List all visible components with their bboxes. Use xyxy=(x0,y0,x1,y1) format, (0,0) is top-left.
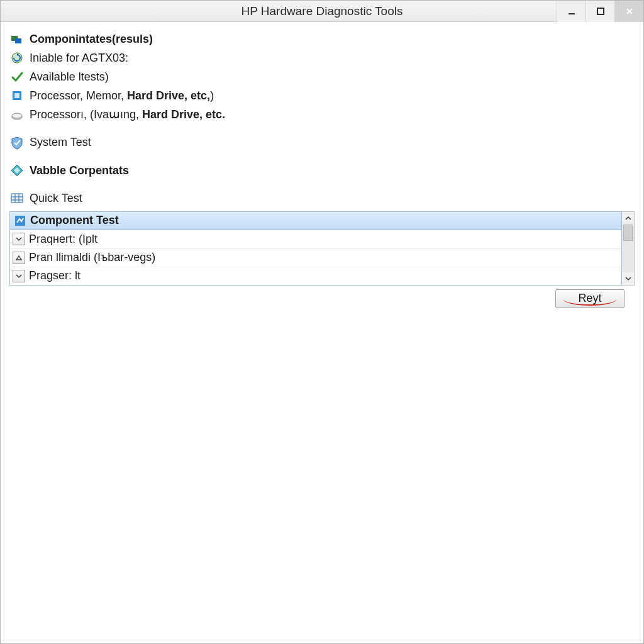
chevron-down-icon[interactable] xyxy=(13,233,25,245)
list-item-label: Praqнert: (Iplt xyxy=(29,233,97,246)
summary-processor-line-1: Processor, Memor, Hard Drive, etc,) xyxy=(9,86,635,105)
diamond-icon xyxy=(9,163,25,178)
svg-rect-3 xyxy=(15,38,21,43)
scroll-down-button[interactable] xyxy=(622,272,634,285)
component-icon xyxy=(9,31,25,47)
minimize-button[interactable] xyxy=(557,1,586,22)
check-icon xyxy=(9,69,25,84)
summary-components-results-label: Componintates(resuls) xyxy=(30,31,153,47)
titlebar: HP Hardware Diagnostic Tools xyxy=(1,1,643,22)
panel-scrollbar[interactable] xyxy=(622,211,635,286)
scroll-track[interactable] xyxy=(622,225,634,272)
cpu-icon xyxy=(9,88,25,103)
table-icon xyxy=(9,191,25,206)
scroll-thumb[interactable] xyxy=(623,225,633,241)
summary-processor-line-2-label: Processorı, (Ivaɯıng, Hard Drive, etc. xyxy=(30,106,225,123)
summary-processor-line-1-label: Processor, Memor, Hard Drive, etc,) xyxy=(30,87,214,104)
svg-point-8 xyxy=(12,113,22,118)
summary-list: Componintates(resuls) Iniable for AGTX03… xyxy=(9,30,635,208)
maximize-button[interactable] xyxy=(586,1,614,22)
system-test-label: System Test xyxy=(30,134,91,150)
window-controls xyxy=(557,1,643,22)
system-test-item[interactable]: System Test xyxy=(9,133,635,152)
list-item-label: Pragser: lt xyxy=(29,269,80,282)
summary-available-tests-label: Available ltests) xyxy=(30,69,109,85)
quick-test-item[interactable]: Quick Test xyxy=(9,189,635,208)
list-item[interactable]: Pran llimaldi (Iъbar-vegs) xyxy=(10,248,621,267)
chevron-down-icon[interactable] xyxy=(13,270,25,282)
svg-rect-1 xyxy=(597,8,604,14)
reyt-button-label: Reyt xyxy=(578,292,601,305)
triangle-icon[interactable] xyxy=(13,252,25,264)
scroll-up-button[interactable] xyxy=(622,212,634,225)
summary-iniable-for-label: Iniable for AGTX03: xyxy=(30,50,128,66)
content-area: Componintates(resuls) Iniable for AGTX03… xyxy=(1,22,643,643)
summary-components-results: Componintates(resuls) xyxy=(9,30,635,48)
svg-rect-11 xyxy=(11,194,23,203)
refresh-icon xyxy=(9,50,25,65)
footer-area: Reyt xyxy=(9,286,635,308)
component-test-header-label: Component Test xyxy=(30,214,119,227)
window-title: HP Hardware Diagnostic Tools xyxy=(1,4,643,18)
summary-processor-line-2: Processorı, (Ivaɯıng, Hard Drive, etc. xyxy=(9,105,635,124)
panel-header-icon xyxy=(14,214,26,227)
summary-iniable-for: Iniable for AGTX03: xyxy=(9,48,635,67)
shield-check-icon xyxy=(9,135,25,150)
summary-available-tests: Available ltests) xyxy=(9,67,635,86)
svg-rect-6 xyxy=(14,93,19,98)
list-item-label: Pran llimaldi (Iъbar-vegs) xyxy=(29,251,155,264)
close-button[interactable] xyxy=(614,1,643,22)
component-test-panel-wrap: Component Test Praqнert: (Iplt Pran llim… xyxy=(9,211,635,286)
list-item[interactable]: Praqнert: (Iplt xyxy=(10,230,621,248)
vabble-corpentats-item[interactable]: Vabble Corpentats xyxy=(9,161,635,180)
component-test-header[interactable]: Component Test xyxy=(10,212,621,230)
component-test-panel: Component Test Praqнert: (Iplt Pran llim… xyxy=(9,211,622,286)
component-test-list: Praqнert: (Iplt Pran llimaldi (Iъbar-veg… xyxy=(10,230,621,285)
list-item[interactable]: Pragser: lt xyxy=(10,267,621,285)
quick-test-label: Quick Test xyxy=(30,190,82,206)
vabble-corpentats-label: Vabble Corpentats xyxy=(30,162,129,179)
drive-icon xyxy=(9,107,25,122)
reyt-button[interactable]: Reyt xyxy=(555,289,625,308)
app-window: HP Hardware Diagnostic Tools Componintat… xyxy=(0,0,644,644)
svg-rect-16 xyxy=(15,216,25,226)
